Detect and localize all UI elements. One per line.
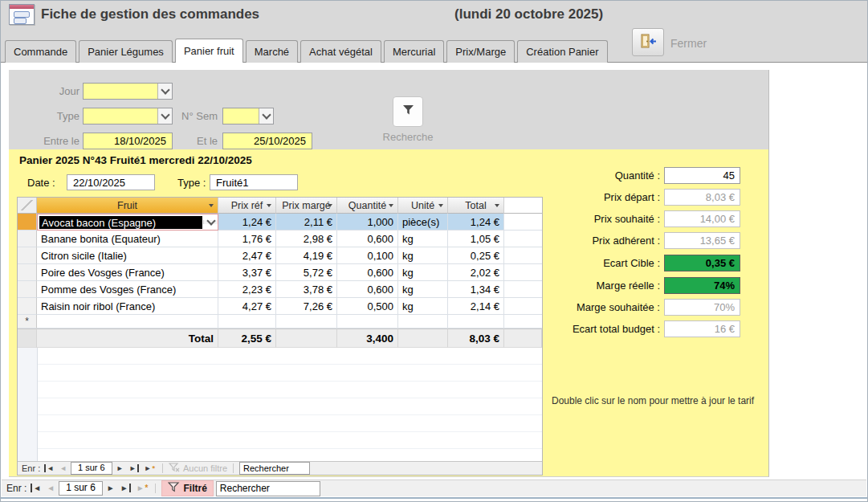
column-header-quantite[interactable]: Quantité	[337, 198, 398, 214]
date-field[interactable]: 22/10/2025	[67, 174, 155, 190]
date-fin-field[interactable]: 25/10/2025	[222, 133, 312, 149]
new-record-button[interactable]: ►*	[143, 463, 157, 473]
table-row[interactable]: Raisin noir ribol (France)4,27 €7,26 €0,…	[18, 298, 542, 315]
row-selector[interactable]	[18, 214, 37, 231]
row-selector[interactable]	[18, 231, 37, 247]
quantite-cell[interactable]: 0,600	[337, 281, 398, 298]
quantite-cell[interactable]: 1,000	[337, 214, 398, 231]
prix-marge-cell[interactable]: 5,72 €	[276, 264, 337, 281]
tab-achat-vegetal[interactable]: Achat végétal	[300, 40, 381, 63]
new-record-button[interactable]: ►*	[135, 484, 150, 493]
column-header-total[interactable]: Total	[448, 198, 504, 214]
prix-marge-cell[interactable]: 7,26 €	[276, 298, 337, 315]
prix-ref-cell[interactable]: 2,23 €	[218, 281, 276, 298]
prix-ref-cell[interactable]: 1,24 €	[218, 214, 276, 231]
tab-mercurial[interactable]: Mercurial	[384, 40, 444, 63]
tab-panier-fruit[interactable]: Panier fruit	[175, 39, 243, 63]
column-header-prix-ref[interactable]: Prix réf	[218, 198, 276, 214]
chevron-down-icon[interactable]	[203, 220, 218, 224]
quantite-cell[interactable]: 0,100	[337, 247, 398, 264]
quantite-cell[interactable]: 0,500	[337, 298, 398, 315]
fruit-cell[interactable]: Raisin noir ribol (France)	[37, 298, 218, 315]
first-record-button[interactable]: ◄	[43, 463, 55, 473]
unite-cell[interactable]: pièce(s)	[398, 214, 448, 231]
fruit-cell[interactable]: Poire des Vosges (France)	[37, 264, 218, 281]
no-filter-toggle[interactable]: Aucun filtre	[169, 463, 227, 474]
summary-row: Prix souhaité :14,00 €	[594, 210, 740, 227]
fruit-cell[interactable]: Citron sicile (Italie)	[37, 247, 218, 264]
row-selector[interactable]	[18, 298, 37, 315]
column-header-prix-marge[interactable]: Prix margé	[276, 198, 337, 214]
new-record-row[interactable]: *	[18, 315, 542, 329]
quantite-field[interactable]: 45	[664, 167, 740, 184]
jour-combobox[interactable]	[83, 83, 173, 100]
table-row[interactable]: Avocat bacon (Espagne)1,24 €2,11 €1,000p…	[18, 214, 542, 231]
first-record-button[interactable]: ◄	[29, 484, 43, 493]
date-debut-field[interactable]: 18/10/2025	[83, 133, 173, 149]
close-form-button[interactable]	[632, 28, 664, 56]
select-all-cell[interactable]	[18, 198, 37, 214]
table-row[interactable]: Banane bonita (Equateur)1,76 €2,98 €0,60…	[18, 231, 542, 247]
table-row[interactable]: Citron sicile (Italie)2,47 €4,19 €0,100k…	[18, 247, 542, 264]
next-record-button[interactable]: ►	[115, 463, 125, 473]
unite-cell[interactable]: kg	[398, 231, 448, 247]
quantite-cell[interactable]: 0,600	[337, 231, 398, 247]
previous-record-button[interactable]: ◄	[58, 463, 68, 473]
total-cell[interactable]: 2,02 €	[448, 264, 504, 281]
prix-marge-cell[interactable]: 2,98 €	[276, 231, 337, 247]
total-cell[interactable]: 0,25 €	[448, 247, 504, 264]
column-header-fruit[interactable]: Fruit	[37, 198, 218, 214]
recherche-button[interactable]	[393, 96, 423, 127]
record-position[interactable]: 1 sur 6	[59, 481, 103, 496]
tab-creation-panier[interactable]: Création Panier	[517, 40, 607, 63]
chevron-down-icon[interactable]	[157, 84, 172, 99]
tab-panier-legumes[interactable]: Panier Légumes	[79, 40, 173, 63]
unite-cell[interactable]: kg	[398, 281, 448, 298]
tab-prix-marge[interactable]: Prix/Marge	[446, 40, 515, 63]
chevron-down-icon[interactable]	[157, 108, 172, 124]
total-cell[interactable]: 1,24 €	[448, 214, 504, 231]
search-records-input[interactable]	[216, 481, 320, 496]
filler-cell	[504, 214, 542, 231]
prix-ref-cell[interactable]: 1,76 €	[218, 231, 276, 247]
fruit-cell[interactable]: Banane bonita (Equateur)	[37, 231, 218, 247]
type-field[interactable]: Fruité1	[210, 174, 298, 190]
tab-commande[interactable]: Commande	[5, 40, 76, 63]
table-row[interactable]: Poire des Vosges (France)3,37 €5,72 €0,6…	[18, 264, 542, 281]
semaine-combobox[interactable]	[222, 108, 274, 124]
unite-cell[interactable]: kg	[398, 298, 448, 315]
filtered-toggle[interactable]: Filtré	[161, 480, 213, 496]
prix-ref-cell[interactable]: 2,47 €	[218, 247, 276, 264]
last-record-button[interactable]: ►	[128, 463, 141, 473]
unite-cell[interactable]: kg	[398, 247, 448, 264]
datasheet-empty-area	[18, 348, 542, 461]
total-cell[interactable]: 1,34 €	[448, 281, 504, 298]
row-selector[interactable]	[18, 247, 37, 264]
search-records-input[interactable]	[239, 462, 310, 475]
prix-marge-cell[interactable]: 3,78 €	[276, 281, 337, 298]
prix-marge-cell[interactable]: 4,19 €	[276, 247, 337, 264]
column-header-unite[interactable]: Unité	[398, 198, 448, 214]
table-header-row: Fruit Prix réf Prix margé Quantité Unité…	[18, 198, 542, 214]
total-cell[interactable]: 2,14 €	[448, 298, 504, 315]
fruit-cell[interactable]: Pomme des Vosges (France)	[37, 281, 218, 298]
fruit-combobox[interactable]: Avocat bacon (Espagne)	[37, 214, 218, 231]
tab-marche[interactable]: Marché	[246, 40, 298, 63]
last-record-button[interactable]: ►	[119, 484, 132, 493]
chevron-down-icon[interactable]	[259, 108, 273, 124]
table-row[interactable]: Pomme des Vosges (France)2,23 €3,78 €0,6…	[18, 281, 542, 298]
total-cell[interactable]: 1,05 €	[448, 231, 504, 247]
header-date: (lundi 20 octobre 2025)	[454, 6, 603, 22]
prix-ref-cell[interactable]: 4,27 €	[218, 298, 276, 315]
prix-ref-cell[interactable]: 3,37 €	[218, 264, 276, 281]
unite-cell[interactable]: kg	[398, 264, 448, 281]
previous-record-button[interactable]: ◄	[45, 484, 56, 493]
type-combobox[interactable]	[83, 108, 173, 124]
date-label: Date :	[27, 177, 55, 189]
prix-marge-cell[interactable]: 2,11 €	[276, 214, 337, 231]
row-selector[interactable]	[18, 264, 37, 281]
quantite-cell[interactable]: 0,600	[337, 264, 398, 281]
next-record-button[interactable]: ►	[105, 484, 116, 493]
record-position[interactable]: 1 sur 6	[71, 462, 112, 475]
row-selector[interactable]	[18, 281, 37, 298]
